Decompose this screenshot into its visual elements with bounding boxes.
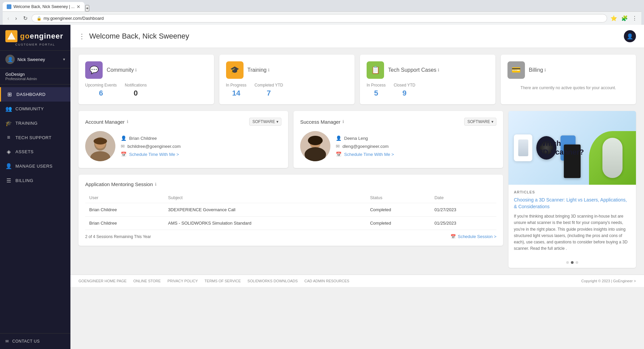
tab-favicon [7,4,11,9]
success-person-icon: 👤 [336,135,341,141]
main-content: ⋮ Welcome Back, Nick Sweeney 👤 💬 Communi… [70,25,644,349]
svg-point-9 [308,136,323,145]
account-manager-schedule-link[interactable]: Schedule Time With Me > [129,152,179,157]
carousel-dot-1[interactable] [566,261,569,264]
tech-support-metrics: In Process 5 Closed YTD 9 [367,83,489,98]
sidebar-item-billing[interactable]: ☰ BILLING [0,173,70,188]
community-stat-title: Community ℹ [107,67,137,73]
tech-support-info-icon[interactable]: ℹ [438,68,439,72]
row1-status: Completed [366,203,430,217]
active-tab[interactable]: Welcome Back, Nick Sweeney | ... ✕ [3,2,85,11]
browser-chrome: Welcome Back, Nick Sweeney | ... ✕ + ‹ ›… [0,0,644,25]
table-row: Brian Childree 3DEXPERIENCE Governance C… [85,203,496,217]
row1-date: 01/27/2023 [430,203,496,217]
footer-home-link[interactable]: GOENGINEER HOME PAGE [78,279,126,283]
address-bar[interactable]: 🔒 my.goengineer.com/Dashboard [32,14,607,22]
user-name: Nick Sweeney [17,57,60,62]
billing-stat-icon: 💳 [507,61,525,79]
billing-stat-title: Billing ℹ [529,67,546,73]
billing-info-icon[interactable]: ℹ [544,68,546,72]
success-manager-info-icon[interactable]: ℹ [342,119,344,124]
sidebar-item-training[interactable]: 🎓 TRAINING [0,116,70,130]
svg-marker-0 [7,32,15,40]
account-manager-schedule-row[interactable]: 📅 Schedule Time With Me > [121,152,180,157]
success-calendar-icon: 📅 [336,152,341,157]
main-footer: GOENGINEER HOME PAGE ONLINE STORE PRIVAC… [70,275,644,287]
scanner-headline: Which3D Scanner? [539,139,584,157]
col-subject: Subject [164,192,366,203]
success-manager-email: dleng@goengineer.com [342,144,389,149]
footer-cad-link[interactable]: CAD ADMIN RESOURCES [305,279,350,283]
reload-button[interactable]: ↻ [21,14,30,23]
sidebar-label-training: TRAINING [15,121,38,126]
footer-copyright: Copyright © 2023 | GoEngineer > [581,279,636,283]
forward-button[interactable]: › [13,14,19,23]
footer-links: GOENGINEER HOME PAGE ONLINE STORE PRIVAC… [78,279,349,283]
sidebar-item-assets[interactable]: ◈ ASSETS [0,144,70,159]
footer-terms-link[interactable]: TERMS OF SERVICE [205,279,241,283]
scanner-item-4 [589,131,636,185]
account-manager-dropdown[interactable]: SOFTWARE ▾ [249,118,281,126]
user-avatar-icon: 👤 [5,55,15,64]
footer-store-link[interactable]: ONLINE STORE [133,279,161,283]
page-title: Welcome Back, Nick Sweeney [89,32,620,41]
sidebar-user[interactable]: 👤 Nick Sweeney ▾ [0,51,70,68]
training-info-icon[interactable]: ℹ [268,68,270,72]
carousel-dot-2[interactable] [571,261,574,264]
dashboard-icon: ⊞ [6,91,13,98]
new-tab-button[interactable]: + [85,5,89,11]
account-manager-name: Brian Childree [129,136,157,141]
account-manager-details: 👤 Brian Childree ✉ bchildree@goengineer.… [121,135,180,157]
footer-solidworks-link[interactable]: SOLIDWORKS DOWNLOADS [248,279,298,283]
tech-support-stat-card: 📋 Tech Support Cases ℹ In Process 5 Clos… [360,55,495,104]
success-manager-dropdown[interactable]: SOFTWARE ▾ [464,118,496,126]
success-manager-email-row: ✉ dleng@goengineer.com [336,143,394,149]
assets-icon: ◈ [5,149,12,155]
billing-icon: ☰ [5,177,12,184]
training-stat-title: Training ℹ [248,67,270,73]
sidebar-item-dashboard[interactable]: ⊞ DASHBOARD [0,87,70,102]
schedule-calendar-icon: 📅 [450,234,456,239]
success-manager-schedule-link[interactable]: Schedule Time With Me > [344,152,394,157]
tech-support-stat-title: Tech Support Cases ℹ [388,67,439,73]
account-manager-info-icon[interactable]: ℹ [127,119,128,124]
community-info-icon[interactable]: ℹ [135,68,137,72]
completed-ytd-metric: Completed YTD 7 [255,83,283,98]
notifications-metric: Notifications 0 [125,83,147,98]
schedule-session-button[interactable]: 📅 Schedule Session > [450,234,496,239]
sidebar-contact[interactable]: ✉ CONTACT US [0,333,70,349]
managers-row: Account Manager ℹ SOFTWARE ▾ [78,111,503,168]
header-avatar[interactable]: 👤 [624,30,636,42]
browser-toolbar: ‹ › ↻ 🔒 my.goengineer.com/Dashboard ⭐ 🧩 … [3,11,641,25]
account-manager-profile: 👤 Brian Childree ✉ bchildree@goengineer.… [85,131,281,161]
success-manager-profile: 👤 Deena Leng ✉ dleng@goengineer.com 📅 [300,131,496,161]
success-manager-schedule-row[interactable]: 📅 Schedule Time With Me > [336,152,394,157]
main-header: ⋮ Welcome Back, Nick Sweeney 👤 [70,25,644,48]
svg-point-10 [305,147,326,161]
footer-privacy-link[interactable]: PRIVACY POLICY [167,279,198,283]
godesign-name: GoDesign [5,72,65,77]
sidebar-label-tech-support: TECH SUPPORT [15,135,52,140]
sidebar-label-manage-users: MANAGE USERS [15,164,53,169]
back-button[interactable]: ‹ [5,14,11,23]
row2-status: Completed [366,217,430,230]
recommended-article-link[interactable]: Choosing a 3D Scanner: Light vs Lasers, … [514,197,631,210]
profile-icon[interactable]: ⭐ [609,14,619,23]
sidebar-label-billing: BILLING [15,178,33,183]
recommended-article-text: If you're thinking about bringing 3D sca… [514,213,631,252]
carousel-dot-3[interactable] [576,261,578,264]
stats-row: 💬 Community ℹ Upcoming Events 6 Notifica… [78,55,636,104]
billing-stat-card: 💳 Billing ℹ There are currently no activ… [501,55,636,104]
success-manager-name-row: 👤 Deena Leng [336,135,394,141]
header-menu-button[interactable]: ⋮ [78,32,85,40]
recommended-body: ARTICLES Choosing a 3D Scanner: Light vs… [508,185,636,257]
tab-close-button[interactable]: ✕ [76,4,80,9]
menu-icon[interactable]: ⋮ [631,14,639,23]
extensions-icon[interactable]: 🧩 [620,14,629,23]
sidebar-item-community[interactable]: 👥 COMMUNITY [0,102,70,116]
sessions-info-icon[interactable]: ℹ [155,182,157,187]
sidebar-item-manage-users[interactable]: 👤 MANAGE USERS [0,159,70,173]
email-icon: ✉ [121,143,125,149]
sidebar-item-tech-support[interactable]: ≡ TECH SUPPORT [0,130,70,144]
community-metrics: Upcoming Events 6 Notifications 0 [85,83,207,98]
